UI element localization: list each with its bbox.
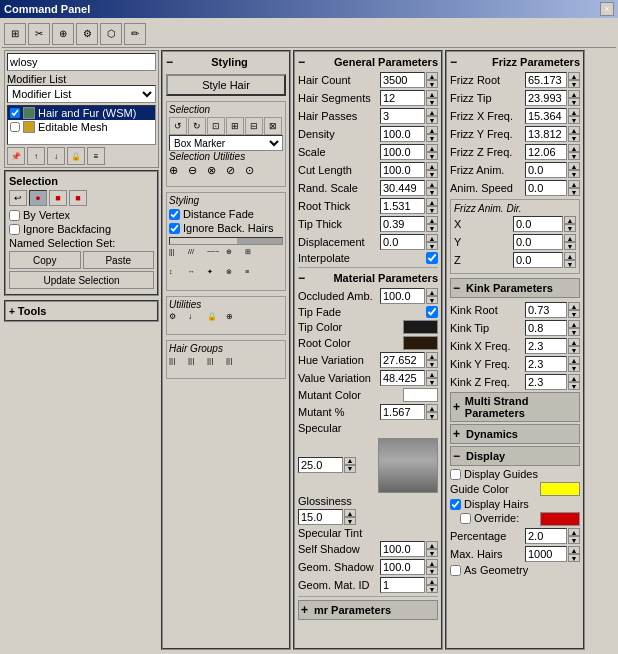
- spec-down[interactable]: ▼: [344, 465, 356, 473]
- style-hair-button[interactable]: Style Hair: [166, 74, 286, 96]
- ignore-backfacing-checkbox[interactable]: [9, 224, 20, 235]
- y-input[interactable]: [513, 234, 563, 250]
- util-1[interactable]: ⚙: [169, 312, 187, 330]
- kz-up[interactable]: ▲: [568, 374, 580, 382]
- sel-tool-1[interactable]: ↺: [169, 117, 187, 135]
- tools-title[interactable]: Tools: [9, 305, 154, 317]
- as-up[interactable]: ▲: [568, 180, 580, 188]
- density-down[interactable]: ▼: [426, 134, 438, 142]
- frizz-z-input[interactable]: [525, 144, 567, 160]
- occ-amb-input[interactable]: [380, 288, 425, 304]
- root-color-swatch[interactable]: [403, 336, 438, 350]
- x-down[interactable]: ▼: [564, 224, 576, 232]
- val-up[interactable]: ▲: [426, 370, 438, 378]
- occ-down[interactable]: ▼: [426, 296, 438, 304]
- kt-down[interactable]: ▼: [568, 328, 580, 336]
- kx-up[interactable]: ▲: [568, 338, 580, 346]
- fz-up[interactable]: ▲: [568, 144, 580, 152]
- displacement-input[interactable]: [380, 234, 425, 250]
- dynamics-row[interactable]: + Dynamics: [450, 424, 580, 444]
- rand-scale-input[interactable]: [380, 180, 425, 196]
- tip-fade-checkbox[interactable]: [426, 306, 438, 318]
- segments-up[interactable]: ▲: [426, 90, 438, 98]
- interpolate-checkbox[interactable]: [426, 252, 438, 264]
- mutant-down[interactable]: ▼: [426, 412, 438, 420]
- tip-color-swatch[interactable]: [403, 320, 438, 334]
- mh-up[interactable]: ▲: [568, 546, 580, 554]
- tip-thick-up[interactable]: ▲: [426, 216, 438, 224]
- as-geometry-checkbox[interactable]: [450, 565, 461, 576]
- ss-up[interactable]: ▲: [426, 541, 438, 549]
- geom-shadow-input[interactable]: [380, 559, 425, 575]
- x-input[interactable]: [513, 216, 563, 232]
- lock-icon[interactable]: 🔒: [67, 147, 85, 165]
- config-icon[interactable]: ≡: [87, 147, 105, 165]
- modifier-list[interactable]: Modifier List: [7, 85, 156, 103]
- z-up[interactable]: ▲: [564, 252, 576, 260]
- passes-down[interactable]: ▼: [426, 116, 438, 124]
- fy-up[interactable]: ▲: [568, 126, 580, 134]
- util-icon-4[interactable]: ⊘: [226, 164, 244, 182]
- group-1[interactable]: |||: [169, 356, 187, 374]
- util-icon-1[interactable]: ⊕: [169, 164, 187, 182]
- ky-down[interactable]: ▼: [568, 364, 580, 372]
- anim-speed-input[interactable]: [525, 180, 567, 196]
- sel-icon-circle[interactable]: ●: [29, 190, 47, 206]
- gs-down[interactable]: ▼: [426, 567, 438, 575]
- fx-down[interactable]: ▼: [568, 116, 580, 124]
- pct-down[interactable]: ▼: [568, 536, 580, 544]
- sel-tool-2[interactable]: ↻: [188, 117, 206, 135]
- util-4[interactable]: ⊕: [226, 312, 244, 330]
- fr-up[interactable]: ▲: [568, 72, 580, 80]
- toolbar-icon-6[interactable]: ✏: [124, 23, 146, 45]
- display-row[interactable]: − Display: [450, 446, 580, 466]
- cut-length-input[interactable]: [380, 162, 425, 178]
- toolbar-icon-5[interactable]: ⬡: [100, 23, 122, 45]
- rand-scale-up[interactable]: ▲: [426, 180, 438, 188]
- util-2[interactable]: ↓: [188, 312, 206, 330]
- ky-up[interactable]: ▲: [568, 356, 580, 364]
- copy-button[interactable]: Copy: [9, 251, 81, 269]
- hair-count-down[interactable]: ▼: [426, 80, 438, 88]
- kink-z-input[interactable]: [525, 374, 567, 390]
- gen-params-collapse[interactable]: −: [298, 55, 305, 69]
- hair-style-5[interactable]: ⊞: [245, 248, 263, 266]
- displace-down[interactable]: ▼: [426, 242, 438, 250]
- mat-params-collapse[interactable]: −: [298, 271, 305, 285]
- toolbar-icon-3[interactable]: ⊕: [52, 23, 74, 45]
- kink-header[interactable]: − Kink Parameters: [450, 278, 580, 298]
- specular-input[interactable]: [298, 457, 343, 473]
- x-up[interactable]: ▲: [564, 216, 576, 224]
- rand-scale-down[interactable]: ▼: [426, 188, 438, 196]
- kr-down[interactable]: ▼: [568, 310, 580, 318]
- update-selection-button[interactable]: Update Selection: [9, 271, 154, 289]
- hair-style-1[interactable]: |||: [169, 248, 187, 266]
- toolbar-icon-4[interactable]: ⚙: [76, 23, 98, 45]
- val-down[interactable]: ▼: [426, 378, 438, 386]
- move-up-icon[interactable]: ↑: [27, 147, 45, 165]
- y-down[interactable]: ▼: [564, 242, 576, 250]
- multi-strand-row[interactable]: + Multi Strand Parameters: [450, 392, 580, 422]
- segments-down[interactable]: ▼: [426, 98, 438, 106]
- paste-button[interactable]: Paste: [83, 251, 155, 269]
- percentage-input[interactable]: [525, 528, 567, 544]
- frizz-y-input[interactable]: [525, 126, 567, 142]
- spec-up[interactable]: ▲: [344, 457, 356, 465]
- root-thick-up[interactable]: ▲: [426, 198, 438, 206]
- hair-passes-input[interactable]: [380, 108, 425, 124]
- modifier-input[interactable]: wlosy: [7, 53, 156, 71]
- self-shadow-input[interactable]: [380, 541, 425, 557]
- frizz-collapse[interactable]: −: [450, 55, 457, 69]
- kr-up[interactable]: ▲: [568, 302, 580, 310]
- util-icon-2[interactable]: ⊖: [188, 164, 206, 182]
- override-color-swatch[interactable]: [540, 512, 580, 526]
- hair-style-10[interactable]: ≡: [245, 268, 263, 286]
- frizz-anim-input[interactable]: [525, 162, 567, 178]
- scale-up[interactable]: ▲: [426, 144, 438, 152]
- hair-segments-input[interactable]: [380, 90, 425, 106]
- mutant-pct-input[interactable]: [380, 404, 425, 420]
- toolbar-icon-1[interactable]: ⊞: [4, 23, 26, 45]
- object-item-hair[interactable]: Hair and Fur (WSM): [8, 106, 155, 120]
- fa-up[interactable]: ▲: [568, 162, 580, 170]
- sel-tool-6[interactable]: ⊠: [264, 117, 282, 135]
